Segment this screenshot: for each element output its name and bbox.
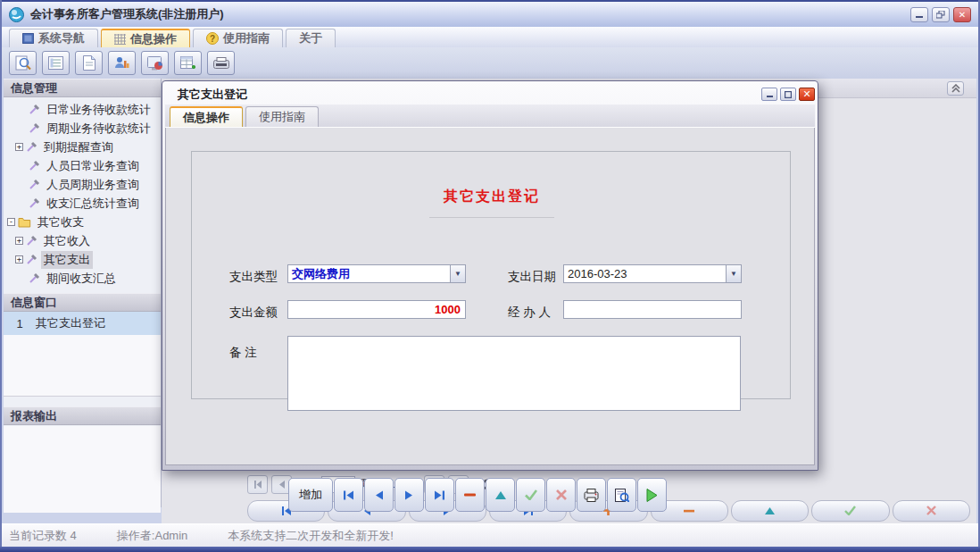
minimize-button[interactable] xyxy=(910,7,928,22)
window-border-bottom xyxy=(0,547,980,552)
collapse-panel-button[interactable] xyxy=(947,81,964,96)
tree-item-label: 收支汇总统计查询 xyxy=(44,195,142,213)
tool-icon xyxy=(26,254,37,265)
collapse-icon[interactable]: - xyxy=(7,218,15,226)
chevrons-up-icon xyxy=(951,84,960,93)
tree-item-income-expense-stats[interactable]: 收支汇总统计查询 xyxy=(4,194,161,213)
grid-icon xyxy=(114,34,126,45)
tree-item-label-selected: 其它支出 xyxy=(41,251,93,269)
tree-item-period-summary[interactable]: 期间收支汇总 xyxy=(4,269,161,288)
record-delete-button[interactable] xyxy=(455,478,485,512)
expand-icon[interactable]: + xyxy=(15,237,23,245)
dialog-title-bar[interactable]: 其它支出登记 ✕ xyxy=(165,84,815,105)
expense-date-select[interactable]: 2016-03-23 ▼ xyxy=(563,264,742,283)
print-preview-button[interactable] xyxy=(607,478,636,512)
tab-user-guide[interactable]: ? 使用指南 xyxy=(193,29,283,47)
window-border-left xyxy=(0,0,2,552)
list-icon[interactable] xyxy=(42,51,70,75)
tree-item-period-receivable[interactable]: 周期业务待收款统计 xyxy=(4,119,161,138)
close-button[interactable]: ✕ xyxy=(953,7,971,22)
tab-system-nav[interactable]: 系统导航 xyxy=(9,29,98,47)
sidebar-section-reports[interactable]: 报表输出 xyxy=(4,406,161,425)
tree-item-other-expense[interactable]: + 其它支出 xyxy=(4,250,161,269)
dialog-content: 其它支出登记 支出类型 交网络费用 ▼ 支出日期 2016-03-23 ▼ 支出… xyxy=(165,128,815,465)
remark-label: 备 注 xyxy=(229,345,257,361)
monitor-chart-icon[interactable] xyxy=(141,51,169,75)
expense-type-label: 支出类型 xyxy=(229,269,278,285)
dialog-tab-bar: 信息操作 使用指南 xyxy=(165,105,815,128)
page-first-button[interactable] xyxy=(247,475,268,494)
window-item-index: 1 xyxy=(4,317,36,330)
person-report-icon[interactable] xyxy=(108,51,136,75)
form-heading: 其它支出登记 xyxy=(192,188,792,206)
dialog-tab-user-guide[interactable]: 使用指南 xyxy=(245,106,319,127)
dialog-maximize-button[interactable] xyxy=(780,88,796,101)
tree-item-label: 期间收支汇总 xyxy=(44,270,119,288)
tree-item-other-income-expense[interactable]: - 其它收支 xyxy=(4,213,161,231)
record-cancel-button[interactable] xyxy=(546,478,576,512)
tree-item-label: 周期业务待收款统计 xyxy=(44,120,154,138)
tree-item-due-reminder[interactable]: + 到期提醒查询 xyxy=(4,138,161,156)
handler-input[interactable] xyxy=(563,300,742,319)
nav-up-button[interactable] xyxy=(731,500,809,522)
tree-item-daily-receivable[interactable]: 日常业务待收款统计 xyxy=(4,100,161,119)
tree-item-label: 到期提醒查询 xyxy=(41,138,116,156)
dialog-tab-label: 信息操作 xyxy=(183,110,229,126)
report-output-panel xyxy=(4,426,161,513)
application-window: 会计事务所客户管理系统(非注册用户) ✕ 系统导航 信息操作 ? 使用指南 关于 xyxy=(0,0,980,552)
folder-icon xyxy=(18,217,31,228)
tool-icon xyxy=(26,235,37,247)
nav-confirm-button[interactable] xyxy=(811,500,889,522)
tab-label: 使用指南 xyxy=(223,30,270,46)
tool-icon xyxy=(29,197,40,209)
run-button[interactable] xyxy=(637,478,667,512)
dialog-minimize-button[interactable] xyxy=(761,88,777,101)
sidebar-section-info[interactable]: 信息管理 xyxy=(4,79,161,97)
record-edit-button[interactable] xyxy=(486,478,515,512)
record-first-button[interactable] xyxy=(334,478,363,512)
nav-cancel-button[interactable] xyxy=(893,500,970,522)
tree-item-label: 其它收支 xyxy=(35,213,87,231)
tab-info-operation[interactable]: 信息操作 xyxy=(101,29,190,47)
svg-text:?: ? xyxy=(210,34,215,44)
status-bar: 当前记录数 4 操作者:Admin 本系统支持二次开发和全新开发! xyxy=(2,523,978,547)
chevron-down-icon[interactable]: ▼ xyxy=(726,265,741,282)
print-button[interactable] xyxy=(577,478,606,512)
expense-date-value: 2016-03-23 xyxy=(564,267,726,280)
main-tab-bar: 系统导航 信息操作 ? 使用指南 关于 xyxy=(2,27,978,47)
dialog-close-button[interactable]: ✕ xyxy=(799,88,815,101)
tree-item-label: 人员日常业务查询 xyxy=(44,157,142,175)
sidebar-section-windows[interactable]: 信息窗口 xyxy=(4,293,161,312)
add-button[interactable]: 增加 xyxy=(288,478,333,512)
record-confirm-button[interactable] xyxy=(516,478,545,512)
expense-dialog: 其它支出登记 ✕ 信息操作 使用指南 其它支出登记 支出类型 交网络费用 ▼ 支… xyxy=(162,80,818,471)
window-list-item[interactable]: 1 其它支出登记 xyxy=(4,312,161,335)
remark-textarea[interactable] xyxy=(287,336,741,411)
dialog-tab-info-operation[interactable]: 信息操作 xyxy=(170,106,243,127)
restore-button[interactable] xyxy=(932,7,950,22)
expense-amount-input[interactable] xyxy=(287,300,466,319)
record-next-button[interactable] xyxy=(394,478,424,512)
table-add-icon[interactable] xyxy=(174,51,202,75)
printer-icon[interactable] xyxy=(207,51,235,75)
record-prev-button[interactable] xyxy=(364,478,394,512)
expand-icon[interactable]: + xyxy=(15,143,23,151)
expense-type-select[interactable]: 交网络费用 ▼ xyxy=(287,264,466,283)
tool-icon xyxy=(29,272,40,284)
tree-item-staff-daily[interactable]: 人员日常业务查询 xyxy=(4,156,161,175)
title-bar: 会计事务所客户管理系统(非注册用户) ✕ xyxy=(2,2,978,27)
tree-item-other-income[interactable]: + 其它收入 xyxy=(4,231,161,250)
tree-item-label: 其它收入 xyxy=(41,232,93,250)
tool-icon xyxy=(26,141,37,153)
dialog-tab-label: 使用指南 xyxy=(259,109,305,125)
document-icon[interactable] xyxy=(75,51,103,75)
app-logo-icon xyxy=(9,7,24,22)
search-doc-icon[interactable] xyxy=(9,51,37,75)
tab-about[interactable]: 关于 xyxy=(286,29,336,47)
tab-label: 信息操作 xyxy=(130,31,177,47)
tree-item-staff-period[interactable]: 人员周期业务查询 xyxy=(4,175,161,194)
chevron-down-icon[interactable]: ▼ xyxy=(450,265,465,282)
record-last-button[interactable] xyxy=(425,478,454,512)
expand-icon[interactable]: + xyxy=(15,255,23,263)
window-item-label: 其它支出登记 xyxy=(36,315,105,331)
